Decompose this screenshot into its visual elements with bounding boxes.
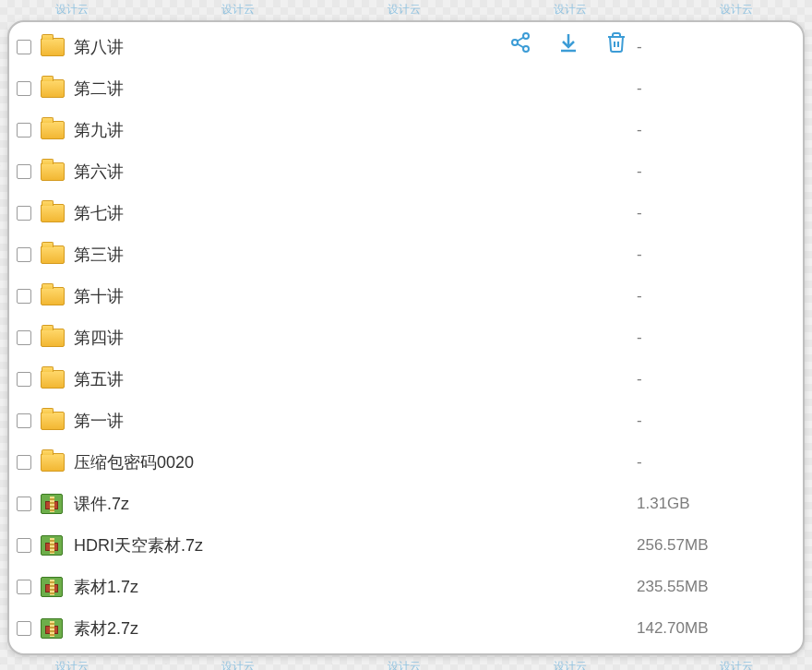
- row-checkbox[interactable]: [17, 413, 31, 428]
- archive-icon: [41, 576, 66, 598]
- row-checkbox[interactable]: [17, 123, 31, 138]
- file-size: -: [637, 412, 784, 430]
- list-item[interactable]: 第三讲 -: [9, 233, 803, 275]
- delete-icon[interactable]: [605, 31, 627, 54]
- folder-icon: [41, 244, 66, 266]
- list-item[interactable]: 第六讲 -: [9, 150, 803, 192]
- list-item[interactable]: 素材2.7z 142.70MB: [9, 607, 803, 649]
- file-size: -: [637, 287, 784, 305]
- file-name[interactable]: 第十讲: [74, 285, 637, 307]
- row-checkbox[interactable]: [17, 289, 31, 304]
- archive-icon: [41, 493, 66, 515]
- file-size: -: [637, 204, 784, 222]
- row-action-toolbar: [509, 31, 627, 54]
- file-name[interactable]: 第一讲: [74, 410, 637, 432]
- folder-icon: [41, 161, 66, 183]
- row-checkbox[interactable]: [17, 497, 31, 511]
- folder-icon: [41, 451, 66, 473]
- svg-point-0: [523, 33, 529, 39]
- file-size: -: [637, 245, 784, 264]
- file-name[interactable]: 素材2.7z: [74, 617, 637, 640]
- list-item[interactable]: 第八讲 -: [9, 26, 803, 67]
- folder-icon: [41, 285, 66, 307]
- list-item[interactable]: 第五讲 -: [9, 358, 803, 400]
- row-checkbox[interactable]: [17, 164, 31, 179]
- file-size: 256.57MB: [637, 536, 784, 555]
- svg-line-3: [518, 38, 524, 42]
- folder-icon: [41, 119, 66, 141]
- list-item[interactable]: 第四讲 -: [9, 317, 803, 358]
- folder-icon: [41, 202, 66, 224]
- file-name[interactable]: 第七讲: [74, 202, 637, 224]
- file-list: 第八讲 - 第二讲 - 第九讲 - 第六讲 - 第七讲 -: [9, 22, 803, 649]
- row-checkbox[interactable]: [17, 330, 31, 345]
- list-item[interactable]: 素材1.7z 235.55MB: [9, 566, 803, 607]
- file-name[interactable]: 第二讲: [74, 78, 637, 100]
- list-item[interactable]: HDRI天空素材.7z 256.57MB: [9, 524, 803, 566]
- file-name[interactable]: HDRI天空素材.7z: [74, 534, 637, 556]
- list-item[interactable]: 压缩包密码0020 -: [9, 441, 803, 483]
- row-checkbox[interactable]: [17, 538, 31, 553]
- file-size: -: [637, 329, 784, 347]
- folder-icon: [41, 327, 66, 349]
- file-size: -: [637, 370, 784, 389]
- row-checkbox[interactable]: [17, 455, 31, 470]
- row-checkbox[interactable]: [17, 580, 31, 594]
- row-checkbox[interactable]: [17, 247, 31, 262]
- archive-icon: [41, 617, 66, 640]
- folder-icon: [41, 368, 66, 390]
- file-name[interactable]: 第五讲: [74, 368, 637, 390]
- list-item[interactable]: 第十讲 -: [9, 275, 803, 317]
- archive-icon: [41, 534, 66, 556]
- row-checkbox[interactable]: [17, 621, 31, 636]
- svg-point-1: [512, 40, 518, 45]
- list-item[interactable]: 课件.7z 1.31GB: [9, 483, 803, 524]
- file-size: 235.55MB: [637, 578, 784, 596]
- list-item[interactable]: 第二讲 -: [9, 67, 803, 109]
- list-item[interactable]: 第七讲 -: [9, 192, 803, 233]
- row-checkbox[interactable]: [17, 40, 31, 54]
- file-name[interactable]: 压缩包密码0020: [74, 451, 637, 473]
- folder-icon: [41, 410, 66, 432]
- file-name[interactable]: 素材1.7z: [74, 576, 637, 598]
- file-name[interactable]: 第四讲: [74, 327, 637, 349]
- file-size: -: [637, 38, 784, 56]
- file-size: -: [637, 79, 784, 98]
- file-name[interactable]: 第六讲: [74, 161, 637, 183]
- file-name[interactable]: 课件.7z: [74, 493, 637, 515]
- file-size: -: [637, 162, 784, 181]
- list-item[interactable]: 第九讲 -: [9, 109, 803, 150]
- folder-icon: [41, 78, 66, 100]
- file-list-panel: 第八讲 - 第二讲 - 第九讲 - 第六讲 - 第七讲 -: [7, 20, 805, 655]
- svg-point-2: [523, 46, 529, 52]
- row-checkbox[interactable]: [17, 206, 31, 221]
- file-size: -: [637, 453, 784, 472]
- folder-icon: [41, 36, 66, 58]
- file-size: -: [637, 121, 784, 139]
- svg-line-4: [518, 44, 524, 48]
- download-icon[interactable]: [557, 31, 579, 54]
- file-name[interactable]: 第三讲: [74, 244, 637, 266]
- row-checkbox[interactable]: [17, 81, 31, 96]
- file-size: 142.70MB: [637, 619, 784, 638]
- share-icon[interactable]: [509, 31, 531, 54]
- row-checkbox[interactable]: [17, 372, 31, 387]
- list-item[interactable]: 第一讲 -: [9, 400, 803, 441]
- file-size: 1.31GB: [637, 495, 784, 513]
- file-name[interactable]: 第九讲: [74, 119, 637, 141]
